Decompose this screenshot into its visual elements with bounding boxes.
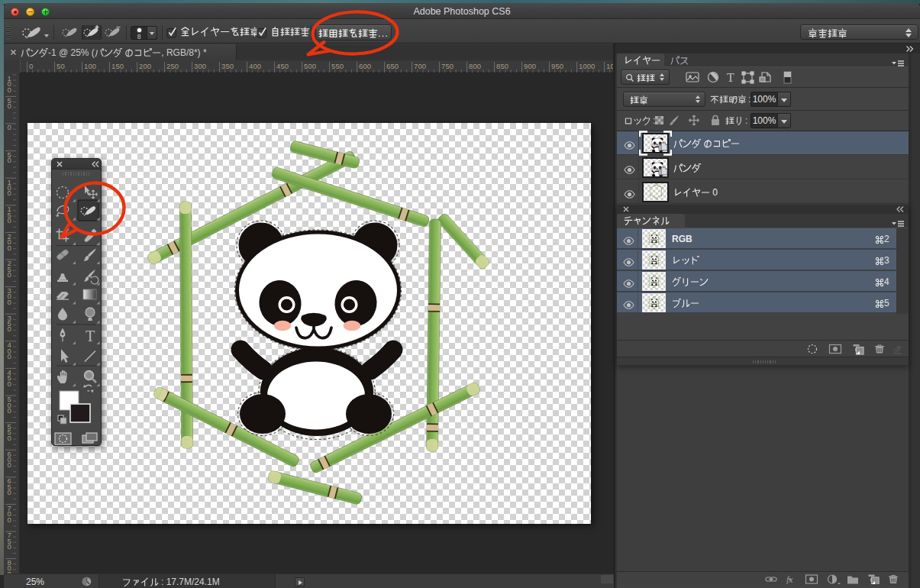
svg-text:0: 0 (8, 123, 11, 131)
svg-text:0: 0 (8, 270, 11, 279)
svg-text:600: 600 (359, 62, 371, 70)
svg-text:0: 0 (8, 542, 11, 551)
svg-text:50: 50 (56, 62, 65, 70)
svg-text:350: 350 (221, 62, 234, 70)
svg-text:0: 0 (8, 406, 11, 415)
svg-text:0: 0 (8, 515, 11, 524)
svg-text:0: 0 (8, 86, 11, 94)
svg-text:0: 0 (8, 460, 11, 469)
svg-text:950: 950 (551, 62, 563, 70)
svg-text:850: 850 (496, 62, 508, 70)
svg-text:0: 0 (8, 244, 11, 252)
svg-text:T: T (727, 71, 734, 84)
svg-text:700: 700 (414, 62, 426, 70)
svg-text:750: 750 (441, 62, 454, 70)
svg-text:400: 400 (249, 62, 261, 70)
svg-text:0: 0 (8, 216, 11, 225)
svg-text:0: 0 (8, 156, 11, 164)
svg-text:0: 0 (8, 488, 11, 496)
svg-text:100: 100 (84, 62, 96, 70)
svg-text:0: 0 (8, 352, 11, 360)
svg-text:0: 0 (8, 325, 11, 333)
svg-text:0: 0 (8, 434, 11, 442)
svg-text:0: 0 (8, 298, 11, 306)
svg-text:250: 250 (166, 62, 179, 70)
svg-text:0: 0 (8, 102, 11, 110)
svg-text:0: 0 (8, 189, 11, 197)
svg-text:500: 500 (304, 62, 316, 70)
svg-text:150: 150 (111, 62, 124, 70)
svg-text:300: 300 (194, 62, 206, 70)
svg-text:800: 800 (469, 62, 481, 70)
svg-text:200: 200 (139, 62, 151, 70)
svg-text:550: 550 (331, 62, 344, 70)
svg-text:1000: 1000 (579, 62, 595, 70)
svg-text:0: 0 (8, 380, 11, 388)
svg-text:0: 0 (29, 62, 33, 70)
svg-text:T: T (86, 328, 95, 344)
svg-text:650: 650 (386, 62, 399, 70)
svg-text:450: 450 (276, 62, 289, 70)
svg-text:900: 900 (524, 62, 536, 70)
